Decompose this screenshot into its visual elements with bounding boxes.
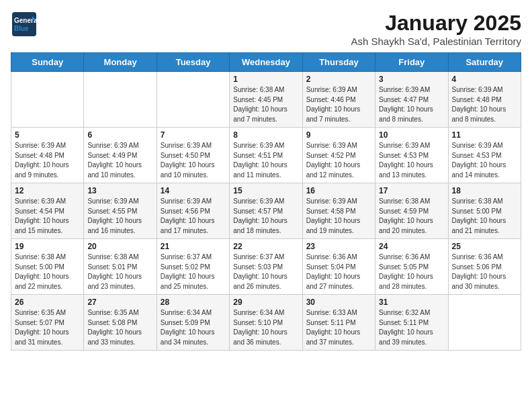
day-info: Sunrise: 6:33 AM Sunset: 5:11 PM Dayligh… <box>306 308 371 347</box>
day-number: 11 <box>452 130 517 140</box>
calendar-cell: 27Sunrise: 6:35 AM Sunset: 5:08 PM Dayli… <box>84 295 157 351</box>
svg-text:General: General <box>14 17 38 24</box>
week-row-2: 5Sunrise: 6:39 AM Sunset: 4:48 PM Daylig… <box>11 128 521 183</box>
day-info: Sunrise: 6:37 AM Sunset: 5:02 PM Dayligh… <box>161 253 226 291</box>
header-wednesday: Wednesday <box>230 53 302 72</box>
day-number: 19 <box>15 242 80 251</box>
day-number: 23 <box>306 242 371 251</box>
day-number: 24 <box>379 242 444 251</box>
calendar-cell: 25Sunrise: 6:36 AM Sunset: 5:06 PM Dayli… <box>448 239 521 295</box>
header-tuesday: Tuesday <box>157 53 229 72</box>
calendar-cell: 30Sunrise: 6:33 AM Sunset: 5:11 PM Dayli… <box>302 295 375 351</box>
day-number: 1 <box>233 75 298 84</box>
day-info: Sunrise: 6:39 AM Sunset: 4:58 PM Dayligh… <box>306 197 371 236</box>
day-number: 29 <box>233 298 298 307</box>
day-info: Sunrise: 6:32 AM Sunset: 5:11 PM Dayligh… <box>379 308 444 347</box>
calendar-subtitle: Ash Shaykh Sa'd, Palestinian Territory <box>351 36 521 47</box>
week-row-4: 19Sunrise: 6:38 AM Sunset: 5:00 PM Dayli… <box>11 239 521 295</box>
day-info: Sunrise: 6:39 AM Sunset: 4:48 PM Dayligh… <box>452 85 517 124</box>
day-info: Sunrise: 6:34 AM Sunset: 5:10 PM Dayligh… <box>233 308 298 347</box>
calendar-cell: 9Sunrise: 6:39 AM Sunset: 4:52 PM Daylig… <box>302 128 375 183</box>
day-number: 12 <box>15 186 80 195</box>
day-info: Sunrise: 6:39 AM Sunset: 4:52 PM Dayligh… <box>306 141 371 180</box>
day-info: Sunrise: 6:35 AM Sunset: 5:08 PM Dayligh… <box>87 308 152 347</box>
svg-rect-0 <box>12 12 36 36</box>
day-number: 6 <box>87 130 152 140</box>
svg-text:Blue: Blue <box>14 25 29 32</box>
day-number: 21 <box>161 242 226 251</box>
calendar-cell: 15Sunrise: 6:39 AM Sunset: 4:57 PM Dayli… <box>230 183 302 239</box>
calendar-cell: 6Sunrise: 6:39 AM Sunset: 4:49 PM Daylig… <box>84 128 157 183</box>
day-number: 14 <box>161 186 226 195</box>
header-saturday: Saturday <box>448 53 521 72</box>
day-number: 10 <box>379 130 444 140</box>
day-number: 3 <box>379 75 444 84</box>
calendar-cell: 12Sunrise: 6:39 AM Sunset: 4:54 PM Dayli… <box>11 183 84 239</box>
day-info: Sunrise: 6:39 AM Sunset: 4:48 PM Dayligh… <box>15 141 80 180</box>
calendar-cell: 20Sunrise: 6:38 AM Sunset: 5:01 PM Dayli… <box>84 239 157 295</box>
day-info: Sunrise: 6:39 AM Sunset: 4:47 PM Dayligh… <box>379 85 444 124</box>
day-number: 16 <box>306 186 371 195</box>
day-number: 8 <box>233 130 298 140</box>
day-info: Sunrise: 6:35 AM Sunset: 5:07 PM Dayligh… <box>15 308 80 347</box>
day-number: 18 <box>452 186 517 195</box>
calendar-cell: 22Sunrise: 6:37 AM Sunset: 5:03 PM Dayli… <box>230 239 302 295</box>
calendar-cell: 21Sunrise: 6:37 AM Sunset: 5:02 PM Dayli… <box>157 239 229 295</box>
calendar-cell: 23Sunrise: 6:36 AM Sunset: 5:04 PM Dayli… <box>302 239 375 295</box>
calendar-cell: 31Sunrise: 6:32 AM Sunset: 5:11 PM Dayli… <box>375 295 448 351</box>
day-info: Sunrise: 6:38 AM Sunset: 5:01 PM Dayligh… <box>87 253 152 291</box>
week-row-5: 26Sunrise: 6:35 AM Sunset: 5:07 PM Dayli… <box>11 295 521 351</box>
week-row-1: 1Sunrise: 6:38 AM Sunset: 4:45 PM Daylig… <box>11 72 521 128</box>
calendar-cell <box>84 72 157 128</box>
day-info: Sunrise: 6:34 AM Sunset: 5:09 PM Dayligh… <box>161 308 226 347</box>
calendar-cell: 7Sunrise: 6:39 AM Sunset: 4:50 PM Daylig… <box>157 128 229 183</box>
calendar-cell: 11Sunrise: 6:39 AM Sunset: 4:53 PM Dayli… <box>448 128 521 183</box>
title-block: January 2025 Ash Shaykh Sa'd, Palestinia… <box>351 11 521 47</box>
day-info: Sunrise: 6:39 AM Sunset: 4:50 PM Dayligh… <box>161 141 226 180</box>
calendar-title: January 2025 <box>351 11 521 36</box>
calendar-cell: 29Sunrise: 6:34 AM Sunset: 5:10 PM Dayli… <box>230 295 302 351</box>
day-number: 9 <box>306 130 371 140</box>
day-number: 26 <box>15 298 80 307</box>
day-number: 5 <box>15 130 80 140</box>
day-info: Sunrise: 6:38 AM Sunset: 5:00 PM Dayligh… <box>15 253 80 291</box>
calendar-cell: 24Sunrise: 6:36 AM Sunset: 5:05 PM Dayli… <box>375 239 448 295</box>
day-number: 17 <box>379 186 444 195</box>
day-info: Sunrise: 6:39 AM Sunset: 4:53 PM Dayligh… <box>379 141 444 180</box>
day-number: 15 <box>233 186 298 195</box>
calendar-cell: 17Sunrise: 6:38 AM Sunset: 4:59 PM Dayli… <box>375 183 448 239</box>
day-info: Sunrise: 6:36 AM Sunset: 5:06 PM Dayligh… <box>452 253 517 291</box>
calendar-cell: 2Sunrise: 6:39 AM Sunset: 4:46 PM Daylig… <box>302 72 375 128</box>
day-info: Sunrise: 6:39 AM Sunset: 4:46 PM Dayligh… <box>306 85 371 124</box>
calendar-cell: 10Sunrise: 6:39 AM Sunset: 4:53 PM Dayli… <box>375 128 448 183</box>
calendar-cell: 13Sunrise: 6:39 AM Sunset: 4:55 PM Dayli… <box>84 183 157 239</box>
calendar-cell: 19Sunrise: 6:38 AM Sunset: 5:00 PM Dayli… <box>11 239 84 295</box>
logo: General Blue <box>11 11 38 38</box>
calendar-header: SundayMondayTuesdayWednesdayThursdayFrid… <box>11 53 521 72</box>
header-friday: Friday <box>375 53 448 72</box>
header-monday: Monday <box>84 53 157 72</box>
header-thursday: Thursday <box>302 53 375 72</box>
day-number: 13 <box>87 186 152 195</box>
day-number: 22 <box>233 242 298 251</box>
logo-icon: General Blue <box>11 11 38 38</box>
calendar-body: 1Sunrise: 6:38 AM Sunset: 4:45 PM Daylig… <box>11 72 521 351</box>
day-number: 4 <box>452 75 517 84</box>
day-info: Sunrise: 6:39 AM Sunset: 4:57 PM Dayligh… <box>233 197 298 236</box>
day-info: Sunrise: 6:39 AM Sunset: 4:54 PM Dayligh… <box>15 197 80 236</box>
day-number: 7 <box>161 130 226 140</box>
day-number: 27 <box>87 298 152 307</box>
calendar-cell: 1Sunrise: 6:38 AM Sunset: 4:45 PM Daylig… <box>230 72 302 128</box>
calendar-table: SundayMondayTuesdayWednesdayThursdayFrid… <box>11 52 521 351</box>
header-row: SundayMondayTuesdayWednesdayThursdayFrid… <box>11 53 521 72</box>
day-info: Sunrise: 6:37 AM Sunset: 5:03 PM Dayligh… <box>233 253 298 291</box>
day-number: 28 <box>161 298 226 307</box>
day-info: Sunrise: 6:39 AM Sunset: 4:51 PM Dayligh… <box>233 141 298 180</box>
day-number: 30 <box>306 298 371 307</box>
day-info: Sunrise: 6:39 AM Sunset: 4:53 PM Dayligh… <box>452 141 517 180</box>
day-info: Sunrise: 6:39 AM Sunset: 4:56 PM Dayligh… <box>161 197 226 236</box>
calendar-cell: 5Sunrise: 6:39 AM Sunset: 4:48 PM Daylig… <box>11 128 84 183</box>
day-number: 25 <box>452 242 517 251</box>
calendar-cell: 4Sunrise: 6:39 AM Sunset: 4:48 PM Daylig… <box>448 72 521 128</box>
day-info: Sunrise: 6:36 AM Sunset: 5:05 PM Dayligh… <box>379 253 444 291</box>
